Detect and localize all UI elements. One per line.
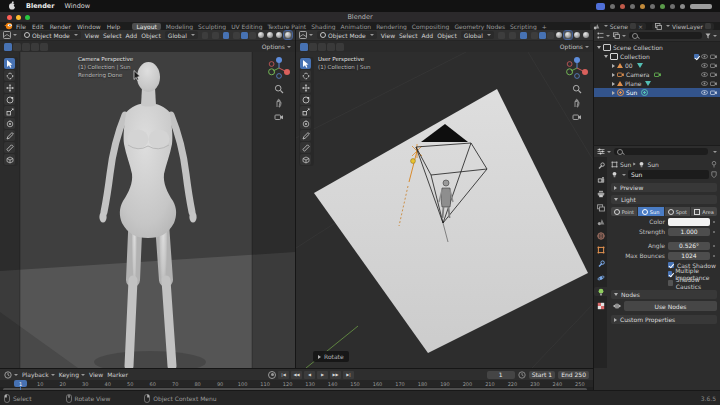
- workspace-tab-modeling[interactable]: Modeling: [166, 23, 193, 30]
- editor-type-button[interactable]: [3, 31, 17, 39]
- animate-color-button[interactable]: [710, 221, 717, 223]
- panel-preview[interactable]: Preview: [611, 183, 717, 192]
- gizmos-toggle-icon[interactable]: [233, 32, 240, 39]
- zoom-view-icon[interactable]: [274, 84, 284, 94]
- menubar-status-icon[interactable]: [650, 4, 655, 9]
- workspace-tab-shading[interactable]: Shading: [311, 23, 335, 30]
- proportional-editing-icon[interactable]: [520, 32, 527, 39]
- outliner-row-sun[interactable]: Sun: [594, 88, 720, 97]
- macos-app-menu[interactable]: Blender: [26, 2, 55, 10]
- color-swatch[interactable]: [668, 218, 710, 226]
- outliner-row-00[interactable]: 00: [594, 61, 720, 70]
- add-cube-tool[interactable]: [4, 154, 15, 165]
- animate-angle-button[interactable]: [710, 245, 717, 247]
- select-menu[interactable]: Select: [103, 32, 122, 39]
- marker-menu[interactable]: Marker: [107, 371, 128, 378]
- select-box-tool[interactable]: [300, 58, 311, 69]
- shading-solid-button[interactable]: [564, 31, 572, 39]
- playhead-frame-badge[interactable]: 1: [14, 380, 27, 387]
- light-type-area-button[interactable]: Area: [691, 207, 717, 216]
- mode-selector[interactable]: Object Mode: [21, 31, 81, 39]
- select-mode-set-icon[interactable]: [300, 43, 308, 51]
- transform-orientation-selector[interactable]: Global: [165, 31, 198, 39]
- frame-start-field[interactable]: Start 1: [529, 371, 556, 379]
- panel-custom-properties[interactable]: Custom Properties: [611, 315, 717, 324]
- shading-rendered-button[interactable]: [284, 31, 292, 39]
- panel-light[interactable]: Light: [611, 195, 717, 204]
- add-menu[interactable]: Add: [422, 32, 434, 39]
- shading-solid-button[interactable]: [266, 31, 274, 39]
- breadcrumb-data[interactable]: Sun: [647, 161, 658, 168]
- select-mode-set-icon[interactable]: [4, 43, 12, 51]
- keying-menu[interactable]: Keying: [59, 371, 85, 378]
- tab-output[interactable]: [594, 189, 607, 198]
- workspace-tab-compositing[interactable]: Compositing: [412, 23, 450, 30]
- overlays-toggle-icon[interactable]: [539, 32, 546, 39]
- select-menu[interactable]: Select: [399, 32, 418, 39]
- select-mode-intersect-icon[interactable]: [336, 43, 344, 51]
- move-view-hand-icon[interactable]: [274, 98, 284, 108]
- pivot-point-icon[interactable]: [498, 32, 505, 39]
- play-reverse-button[interactable]: ◀: [304, 371, 315, 379]
- light-type-spot-button[interactable]: Spot: [665, 207, 691, 216]
- properties-search-input[interactable]: [614, 148, 708, 155]
- jump-to-start-button[interactable]: |◀: [278, 371, 289, 379]
- expand-icon[interactable]: [612, 73, 615, 77]
- rotate-tool[interactable]: [300, 94, 311, 105]
- menubar-clock[interactable]: [690, 4, 712, 9]
- light-type-point-button[interactable]: Point: [611, 207, 637, 216]
- expand-icon[interactable]: [612, 64, 615, 68]
- camera-view-icon[interactable]: [274, 112, 284, 122]
- panel-nodes[interactable]: Nodes: [611, 290, 717, 299]
- object-menu[interactable]: Object: [437, 32, 457, 39]
- camera-view-icon[interactable]: [572, 112, 582, 122]
- outliner-row-camera[interactable]: Camera: [594, 70, 720, 79]
- tab-modifiers[interactable]: [594, 259, 607, 268]
- orientation-gizmo[interactable]: [565, 56, 589, 80]
- move-tool[interactable]: [300, 82, 311, 93]
- disable-render-camera-icon[interactable]: [710, 90, 717, 95]
- shadow-caustics-checkbox[interactable]: [668, 280, 673, 286]
- disable-render-camera-icon[interactable]: [710, 54, 717, 59]
- view-menu[interactable]: View: [381, 32, 395, 39]
- view-menu[interactable]: View: [89, 371, 103, 378]
- menu-help[interactable]: Help: [107, 23, 121, 30]
- pivot-point-icon[interactable]: [202, 32, 208, 39]
- proportional-editing-icon[interactable]: [223, 32, 229, 39]
- current-frame-field[interactable]: 1: [487, 371, 515, 379]
- playback-menu[interactable]: Playback: [22, 371, 55, 378]
- object-menu[interactable]: Object: [141, 32, 161, 39]
- pin-icon[interactable]: [711, 161, 717, 168]
- angle-field[interactable]: 0.526°: [668, 242, 710, 250]
- disable-render-camera-icon[interactable]: [710, 72, 717, 77]
- menubar-status-icon[interactable]: [596, 3, 605, 10]
- editor-type-button[interactable]: [597, 148, 611, 155]
- workspace-tab-scripting[interactable]: Scripting: [510, 23, 537, 30]
- expand-icon[interactable]: [612, 82, 615, 86]
- tab-object-data[interactable]: [594, 287, 607, 296]
- display-mode-selector[interactable]: [613, 32, 626, 39]
- measure-tool[interactable]: [300, 142, 311, 153]
- select-mode-subtract-icon[interactable]: [22, 43, 30, 51]
- light-type-sun-button[interactable]: Sun: [638, 207, 664, 216]
- filter-dropdown[interactable]: [705, 33, 717, 39]
- fake-user-shield-icon[interactable]: [711, 171, 717, 178]
- menu-file[interactable]: File: [16, 23, 26, 30]
- shading-rendered-button[interactable]: [582, 31, 590, 39]
- outliner-search-input[interactable]: [629, 32, 702, 39]
- viewport-left-canvas[interactable]: Camera Perspective (1) Collection | Sun …: [0, 52, 295, 368]
- select-mode-extend-icon[interactable]: [309, 43, 317, 51]
- cast-shadow-checkbox[interactable]: [668, 262, 674, 268]
- tab-scene[interactable]: [594, 217, 607, 226]
- outliner-row-scene-collection[interactable]: Scene Collection: [594, 43, 720, 52]
- annotate-tool[interactable]: [4, 130, 15, 141]
- cursor-tool[interactable]: [300, 70, 311, 81]
- cursor-tool[interactable]: [4, 70, 15, 81]
- workspace-tab-geometry-nodes[interactable]: Geometry Nodes: [454, 23, 505, 30]
- hide-eye-icon[interactable]: [701, 54, 708, 59]
- frame-end-field[interactable]: End 250: [558, 371, 589, 379]
- select-mode-invert-icon[interactable]: [327, 43, 335, 51]
- hide-eye-icon[interactable]: [701, 63, 708, 68]
- overlays-toggle-icon[interactable]: [241, 32, 248, 39]
- select-mode-invert-icon[interactable]: [31, 43, 39, 51]
